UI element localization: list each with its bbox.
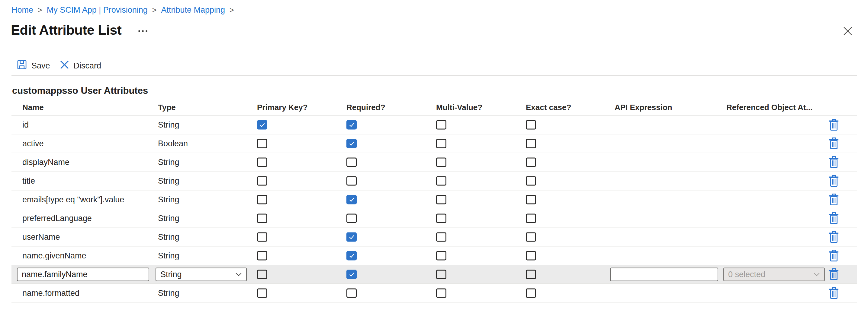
- discard-button[interactable]: Discard: [60, 60, 101, 71]
- blade-header: Edit Attribute List: [11, 21, 149, 39]
- attribute-name: userName: [22, 233, 60, 242]
- multi-value-checkbox[interactable]: [436, 120, 446, 130]
- trash-icon: [829, 231, 839, 243]
- context-menu-icon[interactable]: [138, 28, 149, 33]
- required-checkbox[interactable]: [346, 270, 357, 279]
- multi-value-checkbox[interactable]: [436, 214, 446, 223]
- delete-attribute-button[interactable]: [827, 248, 840, 263]
- exact-case-checkbox[interactable]: [526, 139, 536, 148]
- delete-attribute-button[interactable]: [827, 155, 840, 170]
- exact-case-checkbox[interactable]: [526, 270, 536, 279]
- attribute-name: preferredLanguage: [22, 214, 92, 223]
- trash-icon: [829, 156, 839, 168]
- discard-label: Discard: [74, 61, 101, 71]
- save-button[interactable]: Save: [17, 60, 50, 72]
- trash-icon: [829, 175, 839, 187]
- trash-icon: [829, 138, 839, 149]
- exact-case-checkbox[interactable]: [526, 176, 536, 186]
- multi-value-checkbox[interactable]: [436, 251, 446, 260]
- required-checkbox[interactable]: [346, 288, 357, 298]
- multi-value-checkbox[interactable]: [436, 233, 446, 242]
- referenced-object-dropdown[interactable]: 0 selected: [723, 268, 825, 281]
- column-header-referenced-object: Referenced Object At...: [726, 103, 812, 112]
- multi-value-checkbox[interactable]: [436, 176, 446, 186]
- required-checkbox[interactable]: [346, 233, 357, 242]
- attribute-type: String: [158, 120, 179, 130]
- trash-icon: [829, 119, 839, 131]
- table-row: active Boolean: [11, 135, 857, 153]
- primary-key-checkbox[interactable]: [257, 158, 267, 167]
- column-header-primary-key: Primary Key?: [257, 103, 308, 112]
- multi-value-checkbox[interactable]: [436, 158, 446, 167]
- trash-icon: [829, 268, 839, 280]
- primary-key-checkbox[interactable]: [257, 139, 267, 148]
- table-header-row: Name Type Primary Key? Required? Multi-V…: [11, 100, 857, 116]
- save-label: Save: [31, 61, 50, 71]
- check-icon: [348, 252, 355, 259]
- attribute-type-dropdown[interactable]: String: [156, 268, 247, 281]
- attribute-name: id: [22, 120, 29, 130]
- primary-key-checkbox[interactable]: [257, 176, 267, 186]
- required-checkbox[interactable]: [346, 251, 357, 260]
- required-checkbox[interactable]: [346, 176, 357, 186]
- exact-case-checkbox[interactable]: [526, 251, 536, 260]
- delete-attribute-button[interactable]: [827, 267, 840, 282]
- exact-case-checkbox[interactable]: [526, 195, 536, 204]
- exact-case-checkbox[interactable]: [526, 214, 536, 223]
- attribute-type: String: [158, 251, 179, 260]
- check-icon: [348, 234, 355, 241]
- delete-attribute-button[interactable]: [827, 286, 840, 300]
- chevron-down-icon: [813, 273, 820, 277]
- required-checkbox[interactable]: [346, 214, 357, 223]
- multi-value-checkbox[interactable]: [436, 139, 446, 148]
- required-checkbox[interactable]: [346, 139, 357, 148]
- primary-key-checkbox[interactable]: [257, 195, 267, 204]
- table-row: preferredLanguage String: [11, 209, 857, 228]
- referenced-object-dropdown-value: 0 selected: [728, 270, 765, 279]
- primary-key-checkbox[interactable]: [257, 233, 267, 242]
- delete-attribute-button[interactable]: [827, 117, 840, 132]
- delete-attribute-button[interactable]: [827, 211, 840, 225]
- exact-case-checkbox[interactable]: [526, 158, 536, 167]
- multi-value-checkbox[interactable]: [436, 195, 446, 204]
- breadcrumb-attribute-mapping[interactable]: Attribute Mapping: [161, 5, 225, 15]
- table-row: name.givenName String: [11, 247, 857, 265]
- delete-attribute-button[interactable]: [827, 136, 840, 151]
- required-checkbox[interactable]: [346, 195, 357, 204]
- attribute-name: emails[type eq "work"].value: [22, 195, 124, 204]
- close-blade-button[interactable]: [842, 25, 854, 37]
- primary-key-checkbox[interactable]: [257, 270, 267, 279]
- attribute-type: Boolean: [158, 139, 188, 148]
- column-header-api-expression: API Expression: [615, 103, 672, 112]
- attribute-name-input[interactable]: [17, 268, 149, 281]
- save-icon: [17, 60, 27, 72]
- primary-key-checkbox[interactable]: [257, 214, 267, 223]
- section-heading: customappsso User Attributes: [12, 85, 148, 96]
- multi-value-checkbox[interactable]: [436, 288, 446, 298]
- trash-icon: [829, 212, 839, 224]
- exact-case-checkbox[interactable]: [526, 233, 536, 242]
- check-icon: [348, 121, 355, 129]
- attribute-name: name.givenName: [22, 251, 86, 260]
- delete-attribute-button[interactable]: [827, 230, 840, 244]
- exact-case-checkbox[interactable]: [526, 288, 536, 298]
- multi-value-checkbox[interactable]: [436, 270, 446, 279]
- primary-key-checkbox[interactable]: [257, 288, 267, 298]
- table-row: name.formatted String: [11, 284, 857, 303]
- primary-key-checkbox[interactable]: [257, 120, 267, 130]
- column-header-exact-case: Exact case?: [526, 103, 571, 112]
- required-checkbox[interactable]: [346, 158, 357, 167]
- breadcrumb: Home > My SCIM App | Provisioning > Attr…: [11, 5, 234, 15]
- discard-icon: [60, 60, 69, 71]
- attribute-type-dropdown-value: String: [160, 270, 182, 279]
- required-checkbox[interactable]: [346, 120, 357, 130]
- primary-key-checkbox[interactable]: [257, 251, 267, 260]
- check-icon: [259, 121, 266, 129]
- delete-attribute-button[interactable]: [827, 174, 840, 188]
- command-bar: Save Discard: [17, 59, 101, 73]
- breadcrumb-app-provisioning[interactable]: My SCIM App | Provisioning: [47, 5, 148, 15]
- breadcrumb-home[interactable]: Home: [11, 5, 33, 15]
- delete-attribute-button[interactable]: [827, 193, 840, 207]
- api-expression-input[interactable]: [610, 268, 718, 281]
- exact-case-checkbox[interactable]: [526, 120, 536, 130]
